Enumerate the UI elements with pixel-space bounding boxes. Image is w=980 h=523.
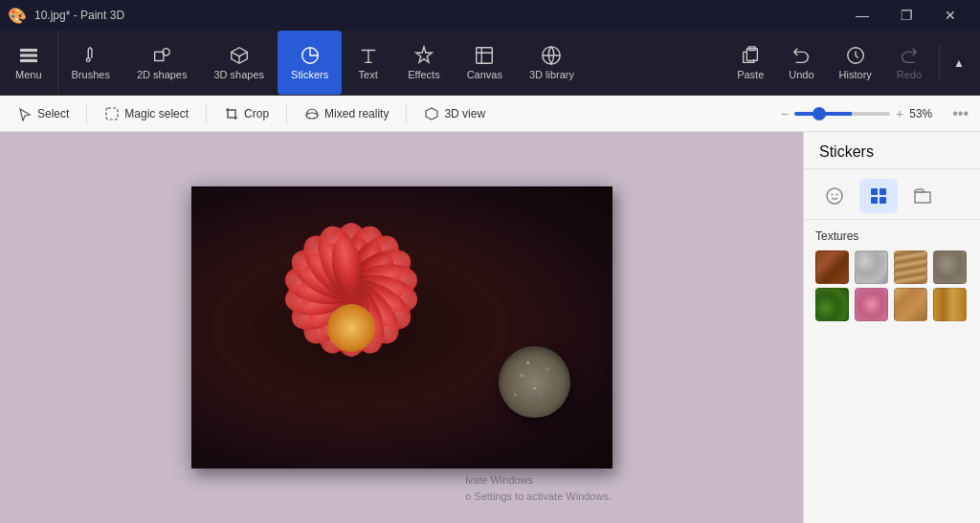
3dlibrary-icon — [541, 45, 562, 66]
canvas-icon — [474, 45, 495, 66]
svg-rect-2 — [21, 60, 37, 62]
2dshapes-icon — [151, 45, 172, 66]
textures-grid — [815, 251, 969, 321]
restore-button[interactable]: ❐ — [884, 0, 928, 31]
folder-tab[interactable] — [903, 179, 942, 213]
canvas-tool[interactable]: Canvas — [454, 31, 516, 95]
3d-view-icon — [424, 106, 439, 121]
3dshapes-label: 3D shapes — [213, 69, 264, 80]
svg-rect-6 — [477, 48, 493, 64]
emoji-tab[interactable] — [815, 179, 854, 213]
textures-label: Textures — [815, 229, 969, 243]
menu-button[interactable]: Menu — [0, 31, 58, 95]
app-icon: 🎨 — [8, 7, 27, 25]
select-label: Select — [37, 107, 69, 120]
paste-button[interactable]: Paste — [725, 41, 775, 84]
titlebar-controls: — ❐ ✕ — [840, 0, 972, 31]
zoom-in-button[interactable]: + — [896, 106, 903, 121]
magic-select-button[interactable]: Magic select — [95, 102, 198, 125]
redo-button[interactable]: Redo — [885, 41, 933, 84]
undo-label: Undo — [789, 69, 813, 80]
brushes-tool[interactable]: Brushes — [58, 31, 123, 95]
more-options-button[interactable]: ••• — [948, 105, 972, 122]
textures-icon — [869, 186, 888, 206]
history-label: History — [839, 69, 872, 80]
svg-point-13 — [827, 188, 842, 204]
zoom-percent: 53% — [909, 107, 943, 120]
toolbar-right: Paste Undo History Redo ▲ — [725, 31, 980, 95]
crop-label: Crop — [244, 107, 269, 120]
close-button[interactable]: ✕ — [928, 0, 972, 31]
sec-divider-1 — [86, 103, 87, 124]
main-toolbar: Menu Brushes 2D shapes 3D shapes Sticker… — [0, 31, 980, 96]
svg-rect-1 — [21, 54, 37, 56]
magic-select-icon — [104, 106, 120, 121]
undo-icon — [791, 45, 812, 66]
folder-icon — [913, 186, 932, 206]
svg-rect-18 — [871, 197, 878, 204]
svg-rect-19 — [880, 197, 886, 204]
history-button[interactable]: History — [828, 41, 883, 84]
text-tool[interactable]: Text — [342, 31, 394, 95]
svg-rect-0 — [21, 50, 37, 52]
texture-sand[interactable] — [894, 288, 927, 321]
image-background — [191, 186, 612, 469]
texture-wood[interactable] — [815, 251, 849, 284]
brushes-label: Brushes — [72, 69, 110, 80]
effects-icon — [413, 45, 434, 66]
redo-icon — [899, 45, 920, 66]
3d-view-button[interactable]: 3D view — [414, 102, 495, 125]
mixed-reality-label: Mixed reality — [324, 107, 389, 120]
svg-point-11 — [306, 113, 318, 119]
watermark-line2: o Settings to activate Windows. — [465, 489, 612, 505]
titlebar-left: 🎨 10.jpg* - Paint 3D — [8, 7, 124, 25]
secondary-toolbar: Select Magic select Crop Mixed reality 3… — [0, 96, 980, 132]
3dshapes-tool[interactable]: 3D shapes — [200, 31, 278, 95]
texture-grass[interactable] — [815, 288, 849, 321]
svg-rect-16 — [871, 188, 878, 195]
minimize-button[interactable]: — — [840, 0, 884, 31]
panel-title: Stickers — [804, 132, 980, 169]
texture-gravel[interactable] — [933, 251, 967, 284]
svg-point-14 — [832, 194, 834, 196]
sec-divider-2 — [206, 103, 207, 124]
brushes-icon — [80, 45, 101, 66]
canvas-label: Canvas — [467, 69, 502, 80]
svg-point-15 — [836, 194, 838, 196]
collapse-button[interactable]: ▲ — [946, 53, 972, 74]
select-button[interactable]: Select — [8, 102, 78, 125]
activate-watermark: ivate Windows o Settings to activate Win… — [465, 472, 612, 504]
texture-hair[interactable] — [894, 251, 927, 284]
textures-tab[interactable] — [859, 179, 898, 213]
undo-button[interactable]: Undo — [777, 41, 825, 84]
zoom-slider[interactable] — [794, 112, 890, 116]
2dshapes-tool[interactable]: 2D shapes — [123, 31, 201, 95]
3dlibrary-tool[interactable]: 3D library — [516, 31, 588, 95]
image-container — [191, 186, 612, 469]
redo-label: Redo — [897, 69, 922, 80]
stickers-icon — [300, 45, 321, 66]
toolbar-divider — [939, 44, 940, 82]
texture-dark-wood[interactable] — [933, 288, 967, 321]
gravel-sticker[interactable] — [499, 346, 570, 418]
canvas-image[interactable] — [191, 186, 612, 469]
3dlibrary-label: 3D library — [529, 69, 574, 80]
crop-icon — [224, 106, 239, 121]
texture-concrete[interactable] — [855, 251, 888, 284]
effects-label: Effects — [408, 69, 439, 80]
select-icon — [17, 106, 33, 121]
textures-section: Textures — [804, 220, 980, 331]
paste-icon — [740, 45, 761, 66]
flower-center — [327, 304, 375, 352]
2dshapes-label: 2D shapes — [137, 69, 188, 80]
mixed-reality-button[interactable]: Mixed reality — [295, 102, 398, 125]
zoom-out-button[interactable]: − — [781, 106, 789, 121]
canvas-area[interactable]: ivate Windows o Settings to activate Win… — [0, 132, 803, 523]
text-label: Text — [359, 69, 378, 80]
texture-pink-marble[interactable] — [855, 288, 888, 321]
stickers-tool[interactable]: Stickers — [278, 31, 342, 95]
main-content: ivate Windows o Settings to activate Win… — [0, 132, 980, 523]
effects-tool[interactable]: Effects — [394, 31, 453, 95]
crop-button[interactable]: Crop — [214, 102, 278, 125]
emoji-icon — [825, 186, 844, 206]
